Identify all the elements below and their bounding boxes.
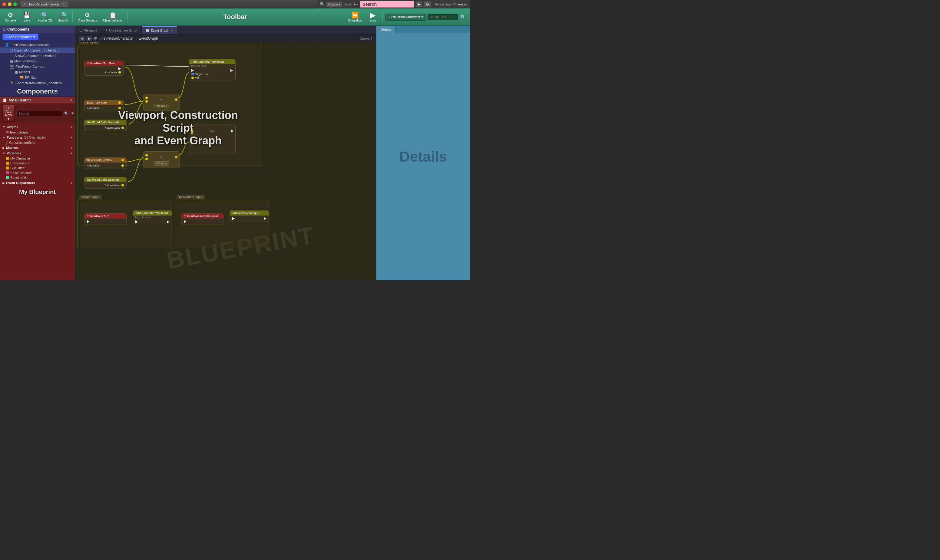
fpself-label: FirstPersonCharacter(self) xyxy=(11,43,50,47)
arrow-label: ArrowComponent (Inherited) xyxy=(15,54,57,57)
mesh-label: Mesh (Inherited) xyxy=(14,59,39,63)
base-lookup-out-dot xyxy=(122,159,124,162)
search-settings-button[interactable]: ⚙ xyxy=(424,1,431,7)
bp-var-components[interactable]: Components xyxy=(0,161,75,166)
back-button[interactable]: ◀ xyxy=(79,36,85,41)
red-event-icon: ⬡ xyxy=(87,62,89,65)
node-add-yaw-mouse[interactable]: Add Controller Yaw Input Target is Pawn xyxy=(133,211,172,225)
node-add-yaw[interactable]: Add Controller Yaw Input Target is Pawn … xyxy=(189,59,236,81)
blueprint-search-input[interactable] xyxy=(16,111,62,116)
add-pin-button-1[interactable]: Add pin + xyxy=(154,104,169,108)
window-tab[interactable]: ⬡ FirstPersonCharacter × xyxy=(21,1,68,7)
compile-button[interactable]: ⚙ Compile xyxy=(2,11,18,23)
macros-add-icon[interactable]: + xyxy=(71,146,72,149)
inputaxis-turn-body: Axis Value xyxy=(85,66,123,75)
multiply-lower-symbol: × xyxy=(160,155,163,160)
bp-macros-section[interactable]: ▶ Macros + xyxy=(0,145,75,151)
node-add-yaw-lower[interactable]: Val xyxy=(189,124,236,154)
node-worlddelta-upper[interactable]: Get World Delta Seconds Return Value xyxy=(84,120,126,131)
minimize-traffic-light[interactable] xyxy=(8,2,11,6)
tab-eventgraph[interactable]: ⊞ Event Graph × xyxy=(142,26,177,34)
tab-construction[interactable]: ƒ Construction Script xyxy=(102,26,142,34)
bp-eventgraph-item[interactable]: ⊞ EventGraph xyxy=(0,129,75,135)
bp-var-baselookup[interactable]: BaseLookUp... − xyxy=(0,175,75,180)
turn-exec-out-pin xyxy=(86,67,122,71)
blueprint-close-icon[interactable]: × xyxy=(70,98,72,102)
component-item-capsule[interactable]: ⬡ CapsuleComponent (Inherited) xyxy=(0,48,75,53)
tabs-bar: ⬡ Viewport ƒ Construction Script ⊞ Event… xyxy=(75,26,376,34)
node-add-movement[interactable]: Add Movement Input xyxy=(230,211,269,222)
component-item-fpself[interactable]: 👤 FirstPersonCharacter(self) xyxy=(0,42,75,48)
fullscreen-traffic-light[interactable] xyxy=(13,2,17,6)
bp-variables-section[interactable]: ▼ Variables + xyxy=(0,151,75,156)
node-multiply-lower[interactable]: × Add pin + xyxy=(143,151,180,168)
component-item-mesh[interactable]: ▦ Mesh (Inherited) xyxy=(0,58,75,64)
toolbar-sep-1 xyxy=(72,11,73,22)
node-base-turn-rate[interactable]: Base Turn Rate Axis Value xyxy=(84,100,123,111)
component-item-charmovement[interactable]: 🏃 CharacterMovement (Inherited) xyxy=(0,80,75,86)
graph-canvas[interactable]: BLUEPRINT Stick input ⬡ InputAxis TurnRa… xyxy=(75,42,376,280)
main-layout: ⊡ Components + Add Component ▾ 👤 FirstPe… xyxy=(0,26,470,280)
var-type-icon-baselookup xyxy=(6,176,9,179)
first-person-character-class-button[interactable]: FirstPersonCharacter ▾ xyxy=(385,14,426,21)
functions-add-icon[interactable]: + xyxy=(71,135,72,139)
inputaxis-turn-lower-header: ⬡ InputAxis Turn xyxy=(85,214,126,218)
multiply-symbol: × xyxy=(160,97,163,102)
debug-filter-input[interactable] xyxy=(428,14,458,20)
bp-constructionscript-item[interactable]: ƒ ConstructionScript xyxy=(0,140,75,145)
multiply-body: × Add pin + xyxy=(143,94,179,111)
window-close-icon[interactable]: × xyxy=(63,2,65,6)
forward-button[interactable]: ▶ xyxy=(86,36,92,41)
blueprint-eye-icon[interactable]: 👁 xyxy=(71,111,74,115)
node-inputaxis-moveforward[interactable]: ⬡ InputAxis MoveForward xyxy=(181,214,223,225)
find-in-cb-button[interactable]: 🔍 Find in CB xyxy=(35,11,54,23)
node-inputaxis-turn[interactable]: ⬡ InputAxis TurnRate Axis Value xyxy=(84,60,123,76)
graphs-add-icon[interactable]: + xyxy=(71,125,72,129)
blueprint-content: ▼ Graphs + ⊞ EventGraph ▼ Functions (32 … xyxy=(0,123,75,280)
top-search-input[interactable] xyxy=(360,1,414,8)
search-go-button[interactable]: ▶ xyxy=(416,1,422,7)
graph-search-button[interactable]: 🔍 xyxy=(459,13,468,21)
bp-functions-section[interactable]: ▼ Functions (32 Overridable) + xyxy=(0,135,75,140)
close-traffic-light[interactable] xyxy=(2,2,6,6)
class-defaults-button[interactable]: 📋 Class Defaults xyxy=(100,11,125,23)
functions-expand-icon: ▼ xyxy=(2,136,5,139)
component-item-fpgun[interactable]: 🔫 FP_Gun xyxy=(0,75,75,80)
component-item-mesh2p[interactable]: ▦ Mesh2P xyxy=(0,69,75,75)
node-worlddelta-lower[interactable]: Get World Delta Seconds Return Value xyxy=(84,177,126,189)
node-base-lookup[interactable]: Base Look Up Rate Axis Value xyxy=(84,157,126,169)
play-label: Play xyxy=(370,19,376,23)
center-panel: ⬡ Viewport ƒ Construction Script ⊞ Event… xyxy=(75,26,376,280)
breadcrumb: ◀ ▶ ⊞ FirstPersonCharacter › EventGraph … xyxy=(75,34,376,42)
simulation-button[interactable]: ⏩ Simulation xyxy=(345,11,365,23)
save-button[interactable]: 💾 Save xyxy=(20,11,34,23)
bp-var-mycharacter[interactable]: My Character xyxy=(0,156,75,161)
add-component-button[interactable]: + Add Component ▾ xyxy=(2,34,39,40)
search-engine-button[interactable]: Google ▾ xyxy=(326,2,342,7)
eventgraph-tab-close[interactable]: × xyxy=(171,29,173,32)
node-inputaxis-turn-lower[interactable]: ⬡ InputAxis Turn xyxy=(84,214,126,225)
dispatchers-add-icon[interactable]: + xyxy=(71,181,72,185)
charmovement-label: CharacterMovement (Inherited) xyxy=(15,81,62,85)
var-type-icon-mycharacter xyxy=(6,157,9,160)
bp-var-baseturnrate[interactable]: BaseTurnRate − xyxy=(0,171,75,175)
details-tab[interactable]: Details xyxy=(376,26,396,33)
find-in-cb-icon: 🔍 xyxy=(41,12,49,18)
variables-add-icon[interactable]: + xyxy=(71,151,72,155)
search-button[interactable]: 🔎 Search xyxy=(55,11,70,23)
details-panel: Details Details xyxy=(376,26,470,280)
add-pin-button-2[interactable]: Add pin + xyxy=(154,162,169,166)
bp-var-gunoffset[interactable]: GunOffset − xyxy=(0,166,75,171)
bp-graphs-section[interactable]: ▼ Graphs + xyxy=(0,124,75,129)
play-button[interactable]: ▶ Play xyxy=(365,10,380,24)
blueprint-add-button[interactable]: + Add New ▾ xyxy=(2,105,15,122)
component-item-camera[interactable]: 📷 FirstPersonCamera xyxy=(0,64,75,69)
node-multiply[interactable]: × Add pin + xyxy=(143,94,180,111)
class-settings-button[interactable]: ⚙ Class Settings xyxy=(75,11,99,23)
tab-viewport[interactable]: ⬡ Viewport xyxy=(75,26,102,34)
bp-dispatchers-section[interactable]: ▶ Event Dispatchers + xyxy=(0,180,75,186)
component-item-arrow[interactable]: → ArrowComponent (Inherited) xyxy=(0,53,75,58)
var-type-icon-baseturnrate xyxy=(6,171,9,174)
multiply-pins: × xyxy=(145,97,177,103)
traffic-lights xyxy=(2,2,17,6)
